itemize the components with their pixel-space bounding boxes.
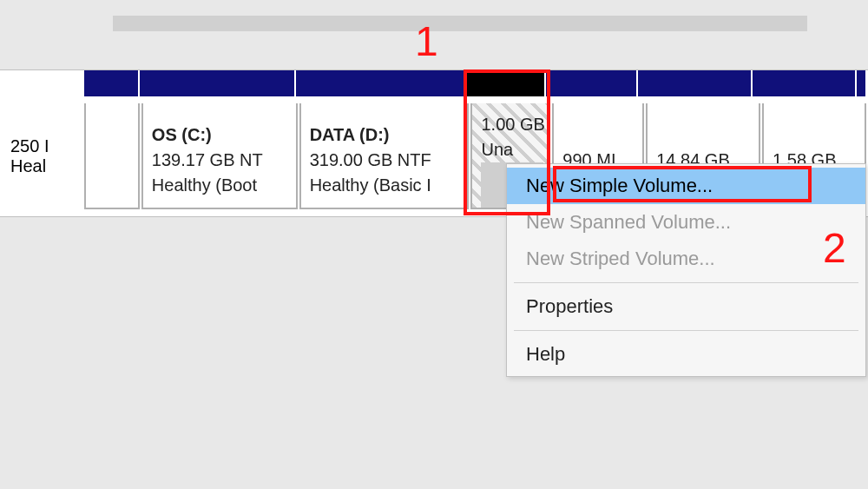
partition-header[interactable] [296, 70, 466, 96]
annotation-label-2: 2 [823, 224, 846, 272]
partition-title: OS (C:) [152, 122, 291, 148]
menu-separator [514, 330, 858, 331]
header-spacer [0, 70, 84, 96]
partition-os-c[interactable]: OS (C:) 139.17 GB NT Healthy (Boot [141, 103, 298, 209]
partition-size: 1.00 GB [481, 112, 543, 137]
partition-title: DATA (D:) [310, 122, 463, 148]
partition-header[interactable] [546, 70, 638, 96]
menu-new-simple-volume[interactable]: New Simple Volume... [507, 168, 865, 204]
disk-header-row [0, 70, 868, 96]
partition-header[interactable] [857, 70, 867, 96]
partition-status: Healthy (Basic I [310, 173, 463, 198]
partition-status: Healthy (Boot [152, 173, 291, 198]
disk-info-slot: 250 I Heal [2, 103, 82, 209]
partition-reserved[interactable] [84, 103, 140, 209]
menu-help[interactable]: Help [507, 336, 865, 373]
menu-new-striped-volume: New Striped Volume... [507, 241, 865, 277]
partition-header[interactable] [638, 70, 753, 96]
partition-header[interactable] [140, 70, 296, 96]
menu-new-spanned-volume: New Spanned Volume... [507, 204, 865, 241]
partition-header-selected[interactable] [466, 70, 546, 96]
top-gray-bar [113, 16, 807, 31]
partition-size: 319.00 GB NTF [310, 148, 463, 173]
partition-header[interactable] [753, 70, 857, 96]
context-menu: New Simple Volume... New Spanned Volume.… [506, 163, 866, 377]
partition-data-d[interactable]: DATA (D:) 319.00 GB NTF Healthy (Basic I [299, 103, 470, 209]
annotation-label-1: 1 [415, 17, 438, 65]
menu-properties[interactable]: Properties [507, 288, 865, 325]
disk-size-line: 250 I [10, 136, 82, 156]
disk-status-line: Heal [10, 156, 82, 176]
menu-separator [514, 282, 858, 283]
partition-header[interactable] [84, 70, 140, 96]
partition-size: 139.17 GB NT [152, 148, 291, 173]
partition-status: Una [481, 137, 543, 162]
